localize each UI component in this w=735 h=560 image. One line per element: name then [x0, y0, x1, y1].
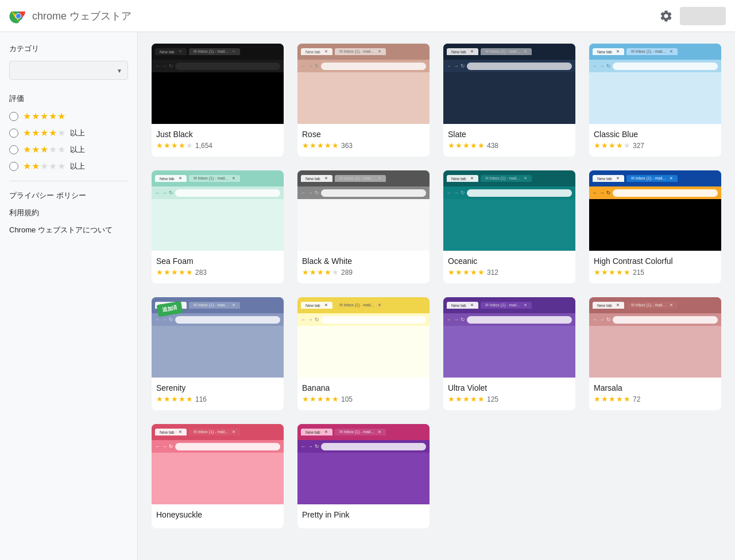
rating-option-4[interactable]: ★ ★ ★ ★ ★ 以上	[9, 127, 128, 138]
theme-card[interactable]: New tab✕ ✉ Inbox (1) - mail...✕ ← → ↻ Ju…	[152, 44, 284, 157]
theme-rating: ★★★★★438	[448, 141, 571, 150]
theme-count: 283	[195, 269, 207, 277]
theme-thumbnail: New tab✕ ✉ Inbox (1) - mail...✕ ←→↻	[443, 44, 575, 124]
theme-thumbnail: New tab✕ ✉ Inbox (1) - mail...✕ ←→↻ 追加済	[152, 297, 284, 378]
theme-thumbnail: New tab✕ ✉ Inbox (1) - mail...✕ ←→↻	[297, 170, 430, 251]
theme-card[interactable]: New tab✕ ✉ Inbox (1) - mail...✕ ←→↻ Ocea…	[443, 170, 575, 283]
theme-thumbnail: New tab✕ ✉ Inbox (1) - mail...✕ ←→↻	[589, 44, 721, 124]
theme-name: Banana	[302, 383, 425, 392]
theme-name: Honeysuckle	[156, 510, 279, 519]
theme-count: 72	[633, 395, 640, 403]
theme-name: Rose	[302, 130, 425, 139]
stars-3: ★ ★ ★ ★ ★	[23, 144, 65, 155]
rating-option-3[interactable]: ★ ★ ★ ★ ★ 以上	[9, 144, 128, 155]
theme-info: Pretty in Pink	[297, 504, 430, 528]
rating-suffix-4: 以上	[70, 128, 85, 138]
theme-rating: ★★★★★125	[448, 395, 571, 403]
theme-info: Sea Foam★★★★★283	[152, 251, 284, 283]
theme-stars: ★★★★★	[302, 395, 339, 403]
user-avatar[interactable]	[680, 7, 726, 25]
privacy-policy-link[interactable]: プライバシー ポリシー	[9, 190, 128, 201]
theme-name: High Contrast Colorful	[594, 256, 717, 266]
theme-card[interactable]: New tab✕ ✉ Inbox (1) - mail...✕ ←→↻ Clas…	[589, 44, 721, 157]
theme-card[interactable]: New tab✕ ✉ Inbox (1) - mail...✕ ←→↻ Mars…	[589, 297, 721, 410]
rating-option-2[interactable]: ★ ★ ★ ★ ★ 以上	[9, 161, 128, 172]
theme-stars: ★★★★★	[594, 268, 630, 277]
theme-card[interactable]: New tab✕ ✉ Inbox (1) - mail...✕ ←→↻ Hone…	[152, 424, 284, 528]
theme-card[interactable]: New tab✕ ✉ Inbox (1) - mail...✕ ←→↻ Sea …	[152, 170, 284, 283]
theme-stars: ★★★★★	[302, 141, 339, 150]
svg-point-3	[16, 14, 21, 18]
theme-thumbnail: New tab✕ ✉ Inbox (1) - mail...✕ ←→↻	[589, 297, 721, 378]
theme-card[interactable]: New tab✕ ✉ Inbox (1) - mail...✕ ←→↻ Pret…	[297, 424, 430, 528]
theme-count: 327	[633, 142, 644, 150]
theme-thumbnail: New tab✕ ✉ Inbox (1) - mail...✕ ←→↻	[443, 170, 575, 251]
themes-grid: New tab✕ ✉ Inbox (1) - mail...✕ ← → ↻ Ju…	[152, 44, 721, 528]
theme-stars: ★★★★★	[156, 395, 193, 403]
rating-radio-5[interactable]	[9, 112, 18, 121]
theme-count: 125	[487, 395, 498, 403]
sidebar: カテゴリ 評価 ★ ★ ★ ★ ★ ★ ★ ★ ★ ★	[0, 32, 138, 540]
theme-info: Rose★★★★★363	[297, 124, 430, 157]
theme-card[interactable]: New tab✕ ✉ Inbox (1) - mail...✕ ←→↻ Slat…	[443, 44, 575, 157]
rating-suffix-3: 以上	[70, 145, 85, 155]
theme-card[interactable]: New tab✕ ✉ Inbox (1) - mail...✕ ←→↻ Bana…	[297, 297, 430, 410]
theme-rating: ★★★★★363	[302, 141, 425, 150]
theme-name: Ultra Violet	[448, 383, 571, 392]
theme-stars: ★★★★★	[448, 268, 485, 277]
theme-count: 215	[633, 269, 644, 277]
theme-thumbnail: New tab✕ ✉ Inbox (1) - mail...✕ ←→↻	[297, 424, 430, 504]
header-right	[659, 7, 726, 25]
theme-count: 289	[341, 269, 353, 277]
theme-thumbnail: New tab✕ ✉ Inbox (1) - mail...✕ ←→↻	[297, 44, 430, 124]
theme-thumbnail: New tab✕ ✉ Inbox (1) - mail...✕ ← → ↻	[152, 44, 284, 124]
rating-radio-3[interactable]	[9, 145, 18, 154]
stars-4: ★ ★ ★ ★ ★	[23, 127, 65, 138]
main-content: New tab✕ ✉ Inbox (1) - mail...✕ ← → ↻ Ju…	[138, 32, 735, 540]
theme-count: 105	[341, 395, 353, 403]
rating-radio-4[interactable]	[9, 129, 18, 138]
category-select-wrapper	[9, 61, 128, 80]
theme-info: Slate★★★★★438	[443, 124, 575, 157]
theme-stars: ★★★★★	[302, 268, 339, 277]
theme-count: 312	[487, 269, 498, 277]
theme-count: 1,654	[195, 142, 212, 150]
rating-radio-2[interactable]	[9, 162, 18, 171]
theme-stars: ★★★★★	[594, 395, 630, 403]
theme-stars: ★★★★★	[594, 141, 630, 150]
logo-area: chrome ウェブストア	[9, 7, 131, 25]
chrome-logo-icon	[9, 7, 28, 25]
theme-stars: ★★★★★	[448, 395, 485, 403]
terms-link[interactable]: 利用規約	[9, 208, 128, 218]
sidebar-divider	[9, 181, 128, 181]
theme-info: Ultra Violet★★★★★125	[443, 378, 575, 410]
theme-info: Just Black★★★★★1,654	[152, 124, 284, 157]
settings-icon[interactable]	[659, 9, 673, 23]
about-link[interactable]: Chrome ウェブストアについて	[9, 225, 128, 235]
theme-name: Classic Blue	[594, 130, 717, 139]
theme-rating: ★★★★★283	[156, 268, 279, 277]
theme-thumbnail: New tab✕ ✉ Inbox (1) - mail...✕ ←→↻	[297, 297, 430, 378]
theme-info: Serenity★★★★★116	[152, 378, 284, 410]
theme-thumbnail: New tab✕ ✉ Inbox (1) - mail...✕ ←→↻	[443, 297, 575, 378]
theme-name: Oceanic	[448, 256, 571, 266]
theme-name: Black & White	[302, 256, 425, 266]
category-section-title: カテゴリ	[9, 44, 128, 54]
theme-card[interactable]: New tab✕ ✉ Inbox (1) - mail...✕ ←→↻ Blac…	[297, 170, 430, 283]
category-select[interactable]	[9, 61, 128, 80]
theme-card[interactable]: New tab✕ ✉ Inbox (1) - mail...✕ ←→↻ High…	[589, 170, 721, 283]
theme-card[interactable]: New tab✕ ✉ Inbox (1) - mail...✕ ←→↻ 追加済S…	[152, 297, 284, 410]
theme-thumbnail: New tab✕ ✉ Inbox (1) - mail...✕ ←→↻	[589, 170, 721, 251]
theme-rating: ★★★★★1,654	[156, 141, 279, 150]
theme-card[interactable]: New tab✕ ✉ Inbox (1) - mail...✕ ←→↻ Ultr…	[443, 297, 575, 410]
rating-option-5[interactable]: ★ ★ ★ ★ ★	[9, 111, 128, 122]
theme-name: Just Black	[156, 130, 279, 139]
theme-info: High Contrast Colorful★★★★★215	[589, 251, 721, 283]
theme-count: 438	[487, 142, 498, 150]
theme-count: 363	[341, 142, 353, 150]
theme-info: Oceanic★★★★★312	[443, 251, 575, 283]
theme-rating: ★★★★★105	[302, 395, 425, 403]
theme-card[interactable]: New tab✕ ✉ Inbox (1) - mail...✕ ←→↻ Rose…	[297, 44, 430, 157]
theme-info: Honeysuckle	[152, 504, 284, 528]
theme-info: Classic Blue★★★★★327	[589, 124, 721, 157]
